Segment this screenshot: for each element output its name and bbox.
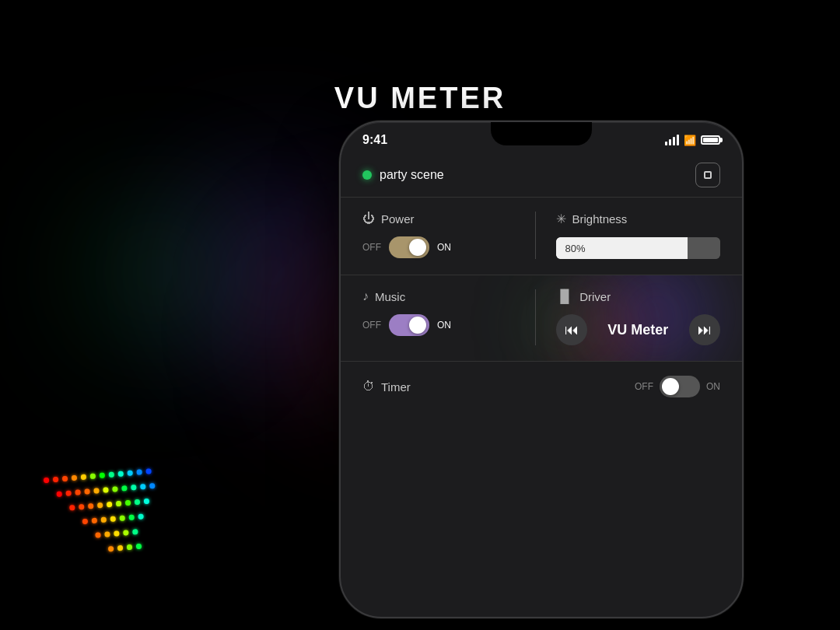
led-dot xyxy=(136,544,142,550)
led-strip-1 xyxy=(56,483,155,497)
brightness-track[interactable]: 80% xyxy=(556,237,721,259)
led-dot xyxy=(121,485,128,492)
driver-next-button[interactable]: ⏭ xyxy=(689,314,720,345)
driver-label-row: ▐▌ Driver xyxy=(556,289,721,303)
led-dot xyxy=(95,532,101,538)
phone-mockup: 9:41 📶 party scene xyxy=(339,121,744,618)
led-dot xyxy=(117,545,124,551)
led-dot xyxy=(110,516,116,522)
status-icons: 📶 xyxy=(665,135,720,146)
led-dot xyxy=(82,519,89,525)
led-dot xyxy=(144,499,150,505)
led-dot xyxy=(56,491,62,497)
power-toggle[interactable] xyxy=(389,236,429,258)
led-dot xyxy=(140,484,146,490)
next-icon: ⏭ xyxy=(698,322,712,338)
music-label-row: ♪ Music xyxy=(362,289,527,303)
music-on-label: ON xyxy=(437,320,451,331)
music-label: Music xyxy=(375,290,405,303)
led-dot xyxy=(53,477,59,483)
timer-label-row: ⏱ Timer xyxy=(362,380,411,394)
brightness-control: ✳ Brightness 80% xyxy=(544,212,721,259)
control-row: ⏻ Power OFF ON xyxy=(362,212,720,259)
music-toggle-knob xyxy=(409,317,426,334)
power-toggle-row: OFF ON xyxy=(362,236,527,258)
power-on-label: ON xyxy=(437,242,451,253)
led-dot xyxy=(100,472,106,478)
led-strip-3 xyxy=(82,513,158,524)
power-label-row: ⏻ Power xyxy=(362,212,527,226)
led-dot xyxy=(44,478,50,484)
music-control: ♪ Music OFF ON xyxy=(362,289,527,336)
led-dot xyxy=(62,476,68,482)
led-dot xyxy=(117,471,124,477)
brightness-value: 80% xyxy=(565,243,586,254)
led-dot xyxy=(72,475,78,481)
led-dot xyxy=(123,530,129,536)
music-driver-row: ♪ Music OFF ON xyxy=(362,289,720,345)
signal-icon xyxy=(665,135,679,145)
timer-label: Timer xyxy=(381,380,411,394)
scene-bar: party scene xyxy=(341,153,742,198)
led-dot xyxy=(90,474,96,480)
power-toggle-knob xyxy=(409,239,426,256)
driver-icon: ▐▌ xyxy=(556,289,574,303)
led-dot xyxy=(136,469,142,475)
led-dot xyxy=(149,483,156,489)
music-toggle[interactable] xyxy=(389,314,429,336)
led-dot xyxy=(127,470,133,476)
led-dot xyxy=(131,485,137,491)
led-dot xyxy=(119,515,125,521)
power-icon: ⏻ xyxy=(362,212,375,226)
led-strip-5 xyxy=(108,542,160,552)
music-icon: ♪ xyxy=(362,289,369,303)
led-dot xyxy=(145,468,152,474)
led-strip-0 xyxy=(44,468,154,483)
led-dot xyxy=(92,518,98,524)
timer-toggle-knob xyxy=(662,378,679,395)
led-dot xyxy=(103,487,109,493)
power-brightness-section: ⏻ Power OFF ON xyxy=(341,198,742,275)
timer-toggle-row: OFF ON xyxy=(635,376,720,397)
led-dot xyxy=(101,517,107,523)
scene-name: party scene xyxy=(380,168,444,182)
led-dot xyxy=(132,529,138,535)
driver-controls: ⏮ VU Meter ⏭ xyxy=(556,314,721,345)
led-dot xyxy=(116,501,122,507)
led-dot xyxy=(75,489,81,495)
led-dot xyxy=(135,499,141,506)
led-dot xyxy=(127,544,133,551)
power-label: Power xyxy=(381,212,415,226)
led-dot xyxy=(79,504,85,510)
timer-section: ⏱ Timer OFF ON xyxy=(341,362,742,411)
driver-prev-button[interactable]: ⏮ xyxy=(556,314,587,345)
stop-icon xyxy=(704,171,712,179)
brightness-label: Brightness xyxy=(572,212,628,226)
status-time: 9:41 xyxy=(362,133,387,147)
scene-active-dot xyxy=(362,170,372,180)
led-dot xyxy=(88,503,94,509)
timer-icon: ⏱ xyxy=(362,380,375,394)
scene-info: party scene xyxy=(362,168,444,182)
led-strip-4 xyxy=(95,527,159,538)
led-dot xyxy=(109,471,115,478)
music-driver-section: ♪ Music OFF ON xyxy=(341,275,742,362)
music-driver-divider xyxy=(535,289,536,345)
page-title: VU METER xyxy=(334,82,506,115)
wifi-icon: 📶 xyxy=(684,135,696,146)
led-strip-2 xyxy=(69,498,156,511)
section-divider xyxy=(535,212,536,259)
phone-body: 9:41 📶 party scene xyxy=(339,121,744,618)
led-dot xyxy=(108,546,114,552)
led-dot xyxy=(114,530,120,537)
music-toggle-row: OFF ON xyxy=(362,314,527,336)
scene-stop-button[interactable] xyxy=(695,163,720,187)
brightness-slider[interactable]: 80% xyxy=(556,237,721,259)
power-control: ⏻ Power OFF ON xyxy=(362,212,527,258)
timer-on-label: ON xyxy=(706,381,720,392)
timer-toggle[interactable] xyxy=(660,376,700,397)
brightness-empty xyxy=(688,237,720,259)
driver-label: Driver xyxy=(579,290,611,303)
driver-control: ▐▌ Driver ⏮ VU Meter ⏭ xyxy=(544,289,721,345)
led-dot xyxy=(138,513,144,520)
